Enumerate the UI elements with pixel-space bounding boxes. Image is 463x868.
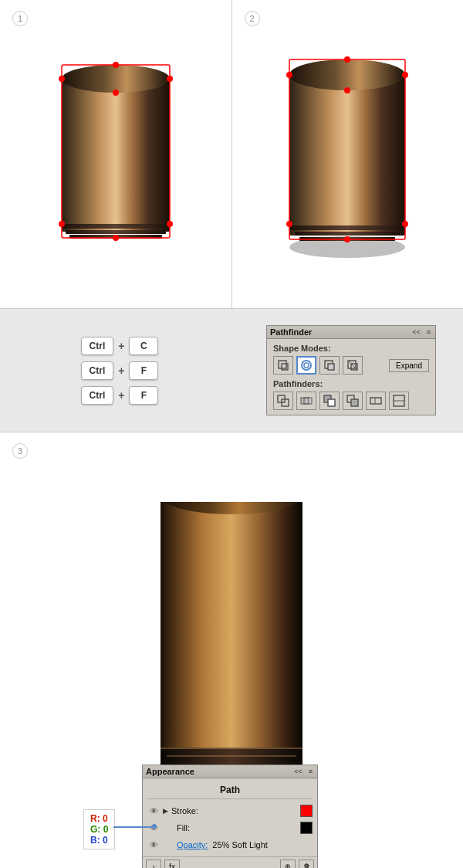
step-1-number: 1 — [12, 11, 28, 26]
pathfinder-controls: << ≡ — [411, 328, 432, 336]
rgb-tooltip: R: 0 G: 0 B: 0 — [83, 809, 115, 849]
pathfinder-titlebar: Pathfinder << ≡ — [267, 326, 435, 339]
svg-rect-55 — [161, 749, 302, 755]
pathfinder-minimize[interactable]: << — [411, 328, 422, 336]
svg-rect-0 — [62, 77, 170, 232]
rgb-g-value: G: 0 — [90, 824, 108, 835]
svg-point-15 — [289, 59, 405, 90]
arrow-line — [113, 826, 152, 828]
fill-swatch[interactable] — [300, 822, 313, 834]
svg-rect-61 — [167, 755, 296, 757]
shape-mode-1[interactable] — [273, 356, 293, 375]
rgb-r-value: R: 0 — [90, 813, 108, 824]
svg-rect-28 — [282, 364, 288, 370]
stroke-swatch[interactable] — [300, 805, 313, 817]
svg-point-51 — [157, 492, 164, 500]
opacity-visibility[interactable]: 👁 — [147, 839, 160, 851]
svg-rect-44 — [370, 398, 381, 404]
appearance-title: Appearance — [146, 767, 194, 776]
panel-2: 2 — [232, 0, 464, 308]
svg-rect-56 — [167, 757, 296, 762]
opacity-value: 25% Soft Light — [212, 840, 268, 849]
svg-rect-60 — [161, 748, 302, 749]
pathfinders-label: Pathfinders: — [273, 379, 429, 388]
svg-point-29 — [302, 361, 311, 370]
plus-1: + — [118, 340, 124, 352]
pathfinder-title: Pathfinder — [270, 327, 312, 337]
opacity-label[interactable]: Opacity: — [177, 840, 208, 849]
expand-button[interactable]: Expand — [389, 359, 429, 372]
cylinder-2-svg — [278, 39, 417, 270]
plus-3: + — [118, 389, 124, 402]
shape-modes-label: Shape Modes: — [273, 344, 429, 353]
key-row-1: Ctrl + C — [81, 337, 159, 355]
svg-rect-3 — [66, 230, 166, 234]
svg-rect-2 — [62, 224, 170, 229]
svg-point-22 — [344, 87, 350, 93]
pathfinder-btn-6[interactable] — [389, 392, 409, 410]
appearance-panel: Appearance << ≡ Path 👁 ▶ Stroke: 👁 Fill: — [142, 765, 318, 868]
svg-point-1 — [62, 65, 170, 93]
c-key[interactable]: C — [129, 337, 158, 355]
svg-rect-43 — [351, 399, 358, 406]
appearance-minimize[interactable]: << — [292, 768, 304, 775]
key-row-2: Ctrl + F — [81, 361, 159, 380]
cylinder-1 — [50, 46, 181, 263]
arrow-dot — [152, 824, 157, 829]
cylinder-1-svg — [50, 46, 181, 263]
svg-rect-14 — [289, 73, 405, 236]
pathfinder-btn-3[interactable] — [319, 392, 340, 410]
pathfinders-row — [273, 392, 429, 410]
stroke-expand[interactable]: ▶ — [163, 807, 168, 815]
ctrl-key-1[interactable]: Ctrl — [81, 337, 114, 355]
ctrl-key-3[interactable]: Ctrl — [81, 386, 114, 405]
f-key-1[interactable]: F — [129, 361, 158, 380]
footer-delete-btn[interactable]: 🗑 — [299, 860, 314, 868]
fill-label: Fill: — [177, 823, 297, 832]
stroke-visibility[interactable]: 👁 — [147, 805, 160, 817]
svg-point-50 — [161, 477, 302, 514]
svg-point-53 — [228, 473, 235, 481]
top-row: 1 — [0, 0, 463, 309]
ctrl-key-2[interactable]: Ctrl — [81, 361, 114, 380]
pathfinder-body: Shape Modes: Expand Path — [267, 339, 435, 415]
footer-square-btn[interactable]: ▫ — [146, 860, 161, 868]
appearance-body: Path 👁 ▶ Stroke: 👁 Fill: 👁 Opacity: 25% … — [143, 778, 317, 856]
path-label: Path — [147, 782, 313, 799]
shape-mode-4[interactable] — [343, 356, 363, 375]
svg-rect-17 — [295, 232, 400, 236]
step-2-number: 2 — [245, 11, 260, 26]
svg-rect-27 — [279, 361, 286, 368]
pathfinder-btn-5[interactable] — [366, 392, 386, 410]
appearance-controls: << ≡ — [292, 768, 314, 775]
svg-point-30 — [304, 363, 309, 368]
panel-1: 1 — [0, 0, 232, 308]
svg-rect-49 — [161, 494, 302, 757]
appearance-menu[interactable]: ≡ — [307, 768, 314, 775]
svg-rect-16 — [289, 225, 405, 230]
pathfinder-btn-4[interactable] — [343, 392, 363, 410]
pathfinder-btn-2[interactable] — [296, 392, 316, 410]
footer-copy-btn[interactable]: ⊕ — [280, 860, 296, 868]
rgb-b-value: B: 0 — [90, 835, 108, 846]
appearance-titlebar: Appearance << ≡ — [143, 765, 317, 778]
step-3-number: 3 — [12, 443, 28, 459]
shape-mode-2[interactable] — [296, 356, 316, 375]
shape-mode-3[interactable] — [319, 356, 340, 375]
pathfinder-panel: Pathfinder << ≡ Shape Modes: — [266, 325, 436, 415]
stroke-label: Stroke: — [171, 806, 297, 815]
plus-2: + — [118, 364, 124, 377]
cylinder-2 — [278, 39, 417, 270]
bottom-panel: 3 — [0, 432, 463, 868]
keyboard-section: Ctrl + C Ctrl + F Ctrl + F — [0, 309, 239, 432]
f-key-2[interactable]: F — [129, 386, 158, 405]
svg-rect-32 — [328, 364, 334, 370]
pathfinder-btn-1[interactable] — [273, 392, 293, 410]
pathfinder-section: Pathfinder << ≡ Shape Modes: — [239, 309, 463, 432]
footer-fx-btn[interactable]: fx — [164, 860, 180, 868]
opacity-row: 👁 Opacity: 25% Soft Light — [147, 836, 313, 853]
key-row-3: Ctrl + F — [81, 386, 159, 405]
appearance-footer: ▫ fx ⊕ 🗑 — [143, 856, 317, 868]
svg-rect-38 — [301, 398, 309, 404]
pathfinder-menu[interactable]: ≡ — [425, 328, 432, 336]
